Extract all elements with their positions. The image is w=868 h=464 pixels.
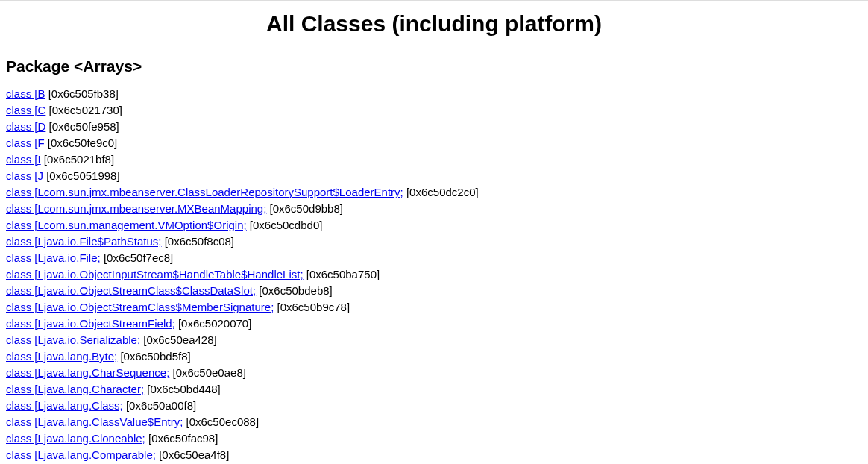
class-link[interactable]: class [F — [6, 137, 45, 149]
class-address: [0x6c50b9c78] — [277, 301, 350, 313]
class-link[interactable]: class [C — [6, 104, 45, 116]
class-row: class [Ljava.lang.Cloneable; [0x6c50fac9… — [6, 430, 862, 446]
class-row: class [Ljava.lang.ClassValue$Entry; [0x6… — [6, 414, 862, 430]
class-link[interactable]: class [I — [6, 153, 41, 166]
class-link[interactable]: class [Ljava.lang.Comparable; — [6, 448, 156, 461]
class-address: [0x6c5021730] — [49, 104, 122, 116]
class-row: class [Ljava.lang.Byte; [0x6c50bd5f8] — [6, 348, 862, 364]
class-address: [0x6c50ea428] — [143, 333, 216, 346]
class-link[interactable]: class [J — [6, 169, 43, 182]
class-link[interactable]: class [Ljava.io.File$PathStatus; — [6, 235, 161, 248]
class-row: class [I [0x6c5021bf8] — [6, 151, 862, 167]
class-row: class [J [0x6c5051998] — [6, 168, 862, 184]
class-link[interactable]: class [Ljava.io.ObjectStreamClass$Member… — [6, 301, 274, 313]
class-address: [0x6c50bd448] — [147, 383, 220, 395]
class-row: class [Lcom.sun.jmx.mbeanserver.ClassLoa… — [6, 184, 862, 200]
class-row: class [Lcom.sun.jmx.mbeanserver.MXBeanMa… — [6, 201, 862, 216]
class-row: class [B [0x6c505fb38] — [6, 86, 862, 101]
class-address: [0x6c50a00f8] — [126, 399, 196, 412]
class-link[interactable]: class [Ljava.lang.Cloneable; — [6, 432, 145, 445]
class-address: [0x6c50fe9c0] — [48, 137, 117, 149]
class-link[interactable]: class [Lcom.sun.jmx.mbeanserver.ClassLoa… — [6, 186, 403, 198]
class-address: [0x6c50d9bb8] — [270, 202, 343, 215]
class-list: class [B [0x6c505fb38]class [C [0x6c5021… — [6, 86, 862, 464]
page-title: All Classes (including platform) — [6, 11, 862, 37]
class-row: class [F [0x6c50fe9c0] — [6, 135, 862, 151]
class-address: [0x6c50cdbd0] — [250, 219, 323, 231]
class-address: [0x6c50fac98] — [148, 432, 218, 445]
class-address: [0x6c50bdeb8] — [259, 284, 332, 297]
class-link[interactable]: class [Ljava.io.ObjectStreamClass$ClassD… — [6, 284, 256, 297]
class-link[interactable]: class [Lcom.sun.jmx.mbeanserver.MXBeanMa… — [6, 202, 266, 215]
class-row: class [Ljava.io.ObjectStreamClass$Member… — [6, 299, 862, 315]
class-address: [0x6c50ea4f8] — [159, 448, 229, 461]
class-address: [0x6c5020070] — [178, 317, 251, 330]
class-link[interactable]: class [B — [6, 87, 45, 100]
class-row: class [Ljava.lang.Character; [0x6c50bd44… — [6, 381, 862, 397]
class-link[interactable]: class [Lcom.sun.management.VMOption$Orig… — [6, 219, 247, 231]
class-row: class [Ljava.lang.Class; [0x6c50a00f8] — [6, 398, 862, 413]
page-body: All Classes (including platform) Package… — [0, 0, 868, 464]
class-link[interactable]: class [Ljava.io.ObjectStreamField; — [6, 317, 175, 330]
class-address: [0x6c50e0ae8] — [172, 366, 245, 379]
class-link[interactable]: class [Ljava.io.ObjectInputStream$Handle… — [6, 268, 304, 280]
class-link[interactable]: class [D — [6, 120, 45, 133]
class-link[interactable]: class [Ljava.lang.Class; — [6, 399, 123, 412]
class-link[interactable]: class [Ljava.lang.ClassValue$Entry; — [6, 416, 183, 428]
class-address: [0x6c50f7ec8] — [104, 251, 173, 264]
class-address: [0x6c50fe958] — [49, 120, 119, 133]
class-row: class [Ljava.io.ObjectInputStream$Handle… — [6, 266, 862, 282]
class-link[interactable]: class [Ljava.lang.CharSequence; — [6, 366, 169, 379]
class-address: [0x6c505fb38] — [48, 87, 119, 100]
class-address: [0x6c50bd5f8] — [120, 350, 190, 363]
class-link[interactable]: class [Ljava.lang.Character; — [6, 383, 144, 395]
class-address: [0x6c5051998] — [46, 169, 119, 182]
class-row: class [Ljava.lang.Comparable; [0x6c50ea4… — [6, 447, 862, 463]
class-row: class [Lcom.sun.management.VMOption$Orig… — [6, 217, 862, 233]
class-row: class [Ljava.io.ObjectStreamField; [0x6c… — [6, 316, 862, 331]
class-link[interactable]: class [Ljava.io.File; — [6, 251, 101, 264]
class-address: [0x6c50ba750] — [306, 268, 380, 280]
class-address: [0x6c50f8c08] — [165, 235, 234, 248]
class-row: class [Ljava.io.File$PathStatus; [0x6c50… — [6, 233, 862, 249]
class-address: [0x6c5021bf8] — [44, 153, 114, 166]
class-link[interactable]: class [Ljava.io.Serializable; — [6, 333, 140, 346]
class-row: class [Ljava.lang.CharSequence; [0x6c50e… — [6, 365, 862, 380]
class-link[interactable]: class [Ljava.lang.Byte; — [6, 350, 117, 363]
class-row: class [C [0x6c5021730] — [6, 102, 862, 118]
class-row: class [D [0x6c50fe958] — [6, 119, 862, 134]
class-row: class [Ljava.io.File; [0x6c50f7ec8] — [6, 250, 862, 266]
class-row: class [Ljava.io.Serializable; [0x6c50ea4… — [6, 332, 862, 348]
package-heading: Package <Arrays> — [6, 57, 862, 75]
class-row: class [Ljava.io.ObjectStreamClass$ClassD… — [6, 283, 862, 298]
class-address: [0x6c50dc2c0] — [406, 186, 479, 198]
class-address: [0x6c50ec088] — [186, 416, 260, 428]
